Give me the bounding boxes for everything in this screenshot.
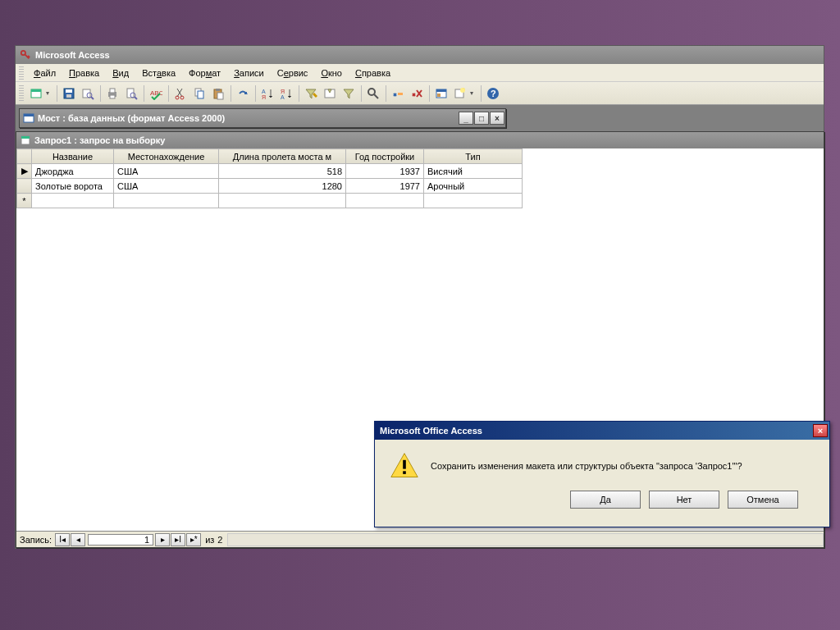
dialog-close-button[interactable]: × [813,424,828,437]
undo-button[interactable] [234,84,252,103]
table-row[interactable]: Золотые ворота США 1280 1977 Арочный [17,179,523,194]
spellcheck-button[interactable]: ABC [147,84,165,103]
col-name[interactable]: Название [32,149,114,164]
cell[interactable] [346,194,424,208]
nav-new-button[interactable]: ▸* [186,533,201,546]
menu-help[interactable]: Справка [349,66,397,80]
query-titlebar[interactable]: Запрос1 : запрос на выборку [16,132,824,148]
db-close-button[interactable]: × [490,112,504,125]
svg-rect-17 [198,91,203,98]
cell[interactable]: Золотые ворота [32,179,114,194]
new-record-button[interactable] [389,84,407,103]
table-row[interactable]: ▶ Джорджа США 518 1937 Висячий [17,164,523,179]
print-preview-button[interactable] [122,84,140,103]
svg-rect-39 [403,460,406,469]
nav-next-button[interactable]: ▸ [155,533,170,546]
view-button[interactable] [27,84,45,103]
menu-insert[interactable]: Вставка [135,66,182,80]
search-button[interactable] [79,84,97,103]
cell[interactable] [114,194,219,208]
cell[interactable]: 1937 [346,164,424,179]
header-row: Название Местонахождение Длина пролета м… [17,149,523,164]
cell[interactable]: Висячий [424,164,523,179]
cell[interactable] [424,194,523,208]
dialog-yes-button[interactable]: Да [570,491,641,509]
delete-record-button[interactable] [408,84,426,103]
select-all-cell[interactable] [17,149,32,164]
menu-view[interactable]: Вид [106,66,135,80]
db-window-icon [23,112,34,124]
nav-last-button[interactable]: ▸I [171,533,185,546]
menu-edit[interactable]: Правка [62,66,106,80]
menu-records[interactable]: Записи [227,66,271,80]
cell[interactable]: Джорджа [32,164,114,179]
print-button[interactable] [103,84,121,103]
cut-button[interactable] [171,84,189,103]
dialog-no-button[interactable]: Нет [649,491,719,509]
view-dropdown-icon[interactable]: ▾ [46,89,52,97]
col-type[interactable]: Тип [424,149,523,164]
col-location[interactable]: Местонахождение [114,149,219,164]
menubar-grip[interactable] [19,66,24,80]
row-selector-current[interactable]: ▶ [17,164,32,179]
new-object-dropdown-icon[interactable]: ▾ [470,89,477,97]
nav-first-button[interactable]: I◂ [55,533,70,546]
cell[interactable]: США [114,179,219,194]
record-number-input[interactable] [88,534,153,546]
menu-tools[interactable]: Сервис [271,66,315,80]
app-titlebar[interactable]: Microsoft Access [16,46,824,64]
svg-text:А: А [281,94,285,100]
sort-asc-button[interactable]: АЯ [258,84,276,103]
nav-prev-button[interactable]: ◂ [71,533,85,546]
help-button[interactable]: ? [484,84,502,103]
db-window-title: Мост : база данных (формат Access 2000) [38,113,225,123]
cell[interactable] [32,194,114,208]
db-window-button[interactable] [432,84,450,103]
menu-window[interactable]: Окно [314,66,349,80]
horizontal-scrollbar[interactable] [227,533,824,546]
col-year[interactable]: Год постройки [346,149,424,164]
cell[interactable]: США [114,164,219,179]
cell[interactable]: 1977 [346,179,424,194]
dialog-cancel-button[interactable]: Отмена [728,491,798,509]
menu-file[interactable]: Файл [27,66,62,80]
query-title: Запрос1 : запрос на выборку [34,135,165,145]
dialog-titlebar[interactable]: Microsoft Office Access × [375,422,829,440]
apply-filter-button[interactable] [340,84,358,103]
record-navigator: Запись: I◂ ◂ ▸ ▸I ▸* из 2 [16,531,824,547]
db-window-titlebar[interactable]: Мост : база данных (формат Access 2000) … [19,108,506,128]
svg-rect-2 [31,89,41,92]
cell[interactable] [219,194,346,208]
svg-rect-40 [403,471,406,474]
row-selector[interactable] [17,179,32,194]
find-button[interactable] [364,84,382,103]
svg-rect-30 [437,94,441,97]
col-span[interactable]: Длина пролета моста м [219,149,346,164]
svg-text:Я: Я [281,89,285,94]
record-total: 2 [217,535,222,545]
dialog-message: Сохранить изменения макета или структуры… [431,461,742,471]
svg-text:?: ? [491,89,496,98]
svg-rect-38 [21,136,30,139]
cell[interactable]: Арочный [424,179,523,194]
cell[interactable]: 1280 [219,179,346,194]
sort-desc-button[interactable]: ЯА [277,84,295,103]
copy-button[interactable] [190,84,208,103]
cell[interactable]: 518 [219,164,346,179]
new-row[interactable]: * [17,194,523,208]
svg-rect-29 [436,89,446,92]
db-minimize-button[interactable]: _ [459,112,473,125]
menu-format[interactable]: Формат [182,66,227,80]
toolbar: ▾ ABC АЯ ЯА ▾ ? [16,82,824,105]
toolbar-grip[interactable] [19,85,24,102]
row-selector-new[interactable]: * [17,194,32,208]
filter-sel-button[interactable] [302,84,320,103]
svg-text:А: А [262,89,266,94]
save-button[interactable] [60,84,78,103]
db-maximize-button[interactable]: □ [474,112,489,125]
app-title: Microsoft Access [35,50,110,60]
filter-form-button[interactable] [321,84,339,103]
paste-button[interactable] [209,84,227,103]
svg-rect-10 [110,95,115,98]
new-object-button[interactable] [451,84,469,103]
